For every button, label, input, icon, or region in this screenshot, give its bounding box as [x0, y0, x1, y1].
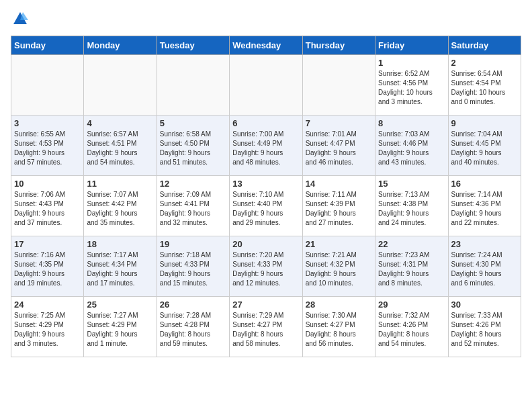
day-info: Sunrise: 7:09 AM Sunset: 4:41 PM Dayligh… — [160, 190, 226, 228]
day-info: Sunrise: 6:54 AM Sunset: 4:54 PM Dayligh… — [451, 69, 518, 107]
day-info: Sunrise: 7:33 AM Sunset: 4:26 PM Dayligh… — [451, 311, 518, 349]
day-info: Sunrise: 6:58 AM Sunset: 4:50 PM Dayligh… — [160, 130, 226, 167]
day-info: Sunrise: 7:16 AM Sunset: 4:35 PM Dayligh… — [14, 250, 81, 288]
day-number: 9 — [451, 118, 518, 128]
day-number: 29 — [378, 300, 445, 310]
calendar-day-cell: 19Sunrise: 7:18 AM Sunset: 4:33 PM Dayli… — [157, 236, 229, 297]
day-info: Sunrise: 7:11 AM Sunset: 4:39 PM Dayligh… — [306, 190, 372, 228]
calendar-day-cell: 5Sunrise: 6:58 AM Sunset: 4:50 PM Daylig… — [157, 116, 229, 176]
calendar-day-cell — [11, 55, 84, 116]
day-number: 17 — [14, 239, 81, 249]
calendar-day-cell: 10Sunrise: 7:06 AM Sunset: 4:43 PM Dayli… — [11, 176, 84, 236]
calendar-week-row: 3Sunrise: 6:55 AM Sunset: 4:53 PM Daylig… — [11, 116, 521, 176]
day-number: 24 — [14, 300, 81, 310]
day-info: Sunrise: 7:30 AM Sunset: 4:27 PM Dayligh… — [306, 311, 372, 349]
day-number: 15 — [378, 179, 445, 189]
day-number: 13 — [232, 179, 299, 189]
day-info: Sunrise: 7:32 AM Sunset: 4:26 PM Dayligh… — [378, 311, 445, 349]
day-number: 14 — [306, 179, 372, 189]
calendar-day-cell: 8Sunrise: 7:03 AM Sunset: 4:46 PM Daylig… — [375, 116, 448, 176]
day-number: 28 — [306, 300, 372, 310]
calendar-day-cell: 21Sunrise: 7:21 AM Sunset: 4:32 PM Dayli… — [302, 236, 375, 297]
calendar-day-cell: 27Sunrise: 7:29 AM Sunset: 4:27 PM Dayli… — [230, 297, 302, 357]
calendar-day-header: Monday — [84, 36, 157, 55]
calendar-header-row: SundayMondayTuesdayWednesdayThursdayFrid… — [11, 36, 521, 55]
day-number: 4 — [87, 118, 153, 128]
day-info: Sunrise: 7:23 AM Sunset: 4:31 PM Dayligh… — [378, 250, 445, 288]
day-info: Sunrise: 7:06 AM Sunset: 4:43 PM Dayligh… — [14, 190, 81, 228]
day-number: 23 — [451, 239, 518, 249]
day-number: 12 — [160, 179, 226, 189]
calendar-day-cell — [84, 55, 157, 116]
day-number: 1 — [378, 58, 445, 68]
day-info: Sunrise: 7:25 AM Sunset: 4:29 PM Dayligh… — [14, 311, 81, 349]
day-info: Sunrise: 7:13 AM Sunset: 4:38 PM Dayligh… — [378, 190, 445, 228]
day-info: Sunrise: 7:10 AM Sunset: 4:40 PM Dayligh… — [232, 190, 299, 228]
calendar-day-cell: 13Sunrise: 7:10 AM Sunset: 4:40 PM Dayli… — [230, 176, 302, 236]
calendar-day-cell: 9Sunrise: 7:04 AM Sunset: 4:45 PM Daylig… — [448, 116, 521, 176]
day-number: 30 — [451, 300, 518, 310]
calendar-table: SundayMondayTuesdayWednesdayThursdayFrid… — [11, 36, 521, 357]
day-info: Sunrise: 6:55 AM Sunset: 4:53 PM Dayligh… — [14, 130, 81, 167]
calendar-day-cell: 2Sunrise: 6:54 AM Sunset: 4:54 PM Daylig… — [448, 55, 521, 116]
calendar-day-header: Sunday — [11, 36, 84, 55]
calendar-day-cell: 17Sunrise: 7:16 AM Sunset: 4:35 PM Dayli… — [11, 236, 84, 297]
calendar-day-header: Saturday — [448, 36, 521, 55]
calendar-day-cell: 7Sunrise: 7:01 AM Sunset: 4:47 PM Daylig… — [302, 116, 375, 176]
calendar-day-cell: 28Sunrise: 7:30 AM Sunset: 4:27 PM Dayli… — [302, 297, 375, 357]
day-number: 3 — [14, 118, 81, 128]
calendar-day-cell: 23Sunrise: 7:24 AM Sunset: 4:30 PM Dayli… — [448, 236, 521, 297]
calendar-day-cell: 16Sunrise: 7:14 AM Sunset: 4:36 PM Dayli… — [448, 176, 521, 236]
day-info: Sunrise: 7:14 AM Sunset: 4:36 PM Dayligh… — [451, 190, 518, 228]
day-number: 10 — [14, 179, 81, 189]
day-info: Sunrise: 6:57 AM Sunset: 4:51 PM Dayligh… — [87, 130, 153, 167]
calendar-day-cell: 11Sunrise: 7:07 AM Sunset: 4:42 PM Dayli… — [84, 176, 157, 236]
calendar-day-header: Thursday — [302, 36, 375, 55]
day-info: Sunrise: 7:20 AM Sunset: 4:33 PM Dayligh… — [232, 250, 299, 288]
day-info: Sunrise: 7:24 AM Sunset: 4:30 PM Dayligh… — [451, 250, 518, 288]
calendar-day-cell: 30Sunrise: 7:33 AM Sunset: 4:26 PM Dayli… — [448, 297, 521, 357]
day-info: Sunrise: 7:29 AM Sunset: 4:27 PM Dayligh… — [232, 311, 299, 349]
day-info: Sunrise: 7:07 AM Sunset: 4:42 PM Dayligh… — [87, 190, 153, 228]
day-number: 27 — [232, 300, 299, 310]
calendar-day-cell: 4Sunrise: 6:57 AM Sunset: 4:51 PM Daylig… — [84, 116, 157, 176]
calendar-day-header: Wednesday — [230, 36, 302, 55]
calendar-day-cell: 3Sunrise: 6:55 AM Sunset: 4:53 PM Daylig… — [11, 116, 84, 176]
calendar-day-cell: 14Sunrise: 7:11 AM Sunset: 4:39 PM Dayli… — [302, 176, 375, 236]
calendar-week-row: 24Sunrise: 7:25 AM Sunset: 4:29 PM Dayli… — [11, 297, 521, 357]
calendar-day-cell: 29Sunrise: 7:32 AM Sunset: 4:26 PM Dayli… — [375, 297, 448, 357]
calendar-day-cell: 24Sunrise: 7:25 AM Sunset: 4:29 PM Dayli… — [11, 297, 84, 357]
day-info: Sunrise: 7:18 AM Sunset: 4:33 PM Dayligh… — [160, 250, 226, 288]
calendar-day-cell: 25Sunrise: 7:27 AM Sunset: 4:29 PM Dayli… — [84, 297, 157, 357]
day-info: Sunrise: 7:03 AM Sunset: 4:46 PM Dayligh… — [378, 130, 445, 167]
calendar-day-cell: 12Sunrise: 7:09 AM Sunset: 4:41 PM Dayli… — [157, 176, 229, 236]
day-number: 16 — [451, 179, 518, 189]
day-info: Sunrise: 7:21 AM Sunset: 4:32 PM Dayligh… — [306, 250, 372, 288]
day-info: Sunrise: 7:04 AM Sunset: 4:45 PM Dayligh… — [451, 130, 518, 167]
calendar-day-cell: 26Sunrise: 7:28 AM Sunset: 4:28 PM Dayli… — [157, 297, 229, 357]
day-number: 7 — [306, 118, 372, 128]
calendar-week-row: 17Sunrise: 7:16 AM Sunset: 4:35 PM Dayli… — [11, 236, 521, 297]
day-number: 5 — [160, 118, 226, 128]
calendar-day-cell: 20Sunrise: 7:20 AM Sunset: 4:33 PM Dayli… — [230, 236, 302, 297]
day-number: 19 — [160, 239, 226, 249]
calendar-day-header: Friday — [375, 36, 448, 55]
calendar-week-row: 1Sunrise: 6:52 AM Sunset: 4:56 PM Daylig… — [11, 55, 521, 116]
day-number: 22 — [378, 239, 445, 249]
calendar-day-cell: 6Sunrise: 7:00 AM Sunset: 4:49 PM Daylig… — [230, 116, 302, 176]
calendar-day-cell: 15Sunrise: 7:13 AM Sunset: 4:38 PM Dayli… — [375, 176, 448, 236]
day-number: 20 — [232, 239, 299, 249]
day-number: 26 — [160, 300, 226, 310]
day-info: Sunrise: 7:01 AM Sunset: 4:47 PM Dayligh… — [306, 130, 372, 167]
calendar-week-row: 10Sunrise: 7:06 AM Sunset: 4:43 PM Dayli… — [11, 176, 521, 236]
day-info: Sunrise: 7:17 AM Sunset: 4:34 PM Dayligh… — [87, 250, 153, 288]
calendar-day-cell: 1Sunrise: 6:52 AM Sunset: 4:56 PM Daylig… — [375, 55, 448, 116]
day-info: Sunrise: 6:52 AM Sunset: 4:56 PM Dayligh… — [378, 69, 445, 107]
logo — [11, 11, 28, 30]
calendar-day-cell — [157, 55, 229, 116]
day-info: Sunrise: 7:00 AM Sunset: 4:49 PM Dayligh… — [232, 130, 299, 167]
day-number: 11 — [87, 179, 153, 189]
calendar-day-cell — [302, 55, 375, 116]
day-info: Sunrise: 7:28 AM Sunset: 4:28 PM Dayligh… — [160, 311, 226, 349]
header — [11, 11, 521, 30]
